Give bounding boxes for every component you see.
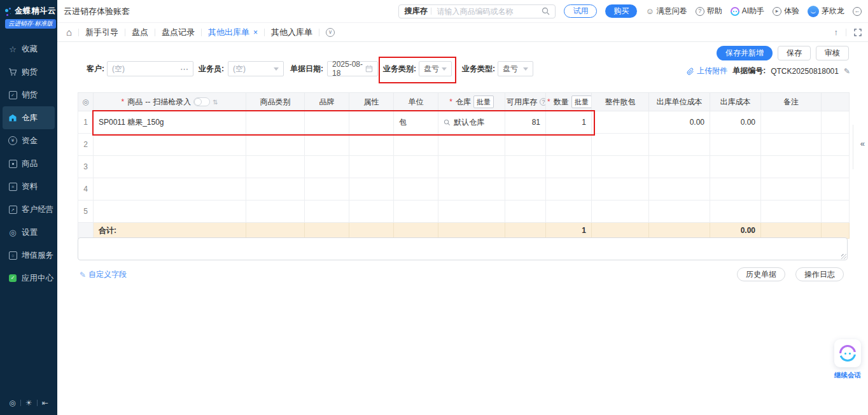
tab-stocktake-records[interactable]: 盘点记录 <box>162 27 195 38</box>
save-button[interactable]: 保存 <box>778 46 811 60</box>
cell-remark[interactable] <box>761 111 822 134</box>
cell-category[interactable] <box>246 111 305 134</box>
tab-other-outbound[interactable]: 其他出库单 × <box>208 27 258 38</box>
ai-chat-button[interactable] <box>834 339 861 367</box>
warehouse-batch-button[interactable]: 批量 <box>473 95 494 108</box>
cell-brand[interactable] <box>305 178 349 200</box>
search-input[interactable] <box>435 6 538 17</box>
cell-remark[interactable] <box>761 200 822 223</box>
cell-unit-cost[interactable]: 0.00 <box>649 111 710 134</box>
ai-assistant-button[interactable]: AI助手 <box>731 6 764 17</box>
cell-unit-cost[interactable] <box>649 134 710 156</box>
search-box[interactable]: 搜库存 <box>398 4 556 18</box>
sidebar-item-value-added[interactable]: ○ 增值服务 <box>0 244 57 267</box>
biz-type-select[interactable]: 盘亏 <box>498 61 533 76</box>
qty-batch-button[interactable]: 批量 <box>571 95 592 108</box>
customer-field[interactable]: (空) ⋯ <box>107 61 193 76</box>
trial-button[interactable]: 试用 <box>564 4 597 18</box>
continue-chat-link[interactable]: 继续会话 <box>831 371 864 380</box>
cell-qty[interactable] <box>546 134 592 156</box>
cell-category[interactable] <box>246 178 305 200</box>
sidebar-item-settings[interactable]: ◎ 设置 <box>0 221 57 244</box>
cell-unit[interactable] <box>394 178 438 200</box>
cell-product[interactable] <box>94 200 246 223</box>
sidebar-item-favorites[interactable]: ☆ 收藏 <box>0 38 57 60</box>
salesman-select[interactable]: (空) <box>228 61 284 76</box>
cell-warehouse[interactable] <box>438 200 505 223</box>
biz-category-select[interactable]: 盘亏 <box>419 61 452 76</box>
close-tab-icon[interactable]: × <box>253 28 258 37</box>
collapse-sidebar-icon[interactable]: ⇤ <box>42 398 48 407</box>
cell-warehouse[interactable] <box>438 134 505 156</box>
search-icon[interactable] <box>542 7 550 15</box>
sidebar-item-app-center[interactable]: ✓ 应用中心 <box>0 267 57 290</box>
cell-attr[interactable] <box>349 156 394 178</box>
cell-warehouse[interactable] <box>438 178 505 200</box>
cell-bulk[interactable] <box>592 156 649 178</box>
cell-brand[interactable] <box>305 134 349 156</box>
collapse-panel-icon[interactable]: « <box>860 139 865 148</box>
cell-qty[interactable] <box>546 200 592 223</box>
cell-category[interactable] <box>246 200 305 223</box>
cell-remark[interactable] <box>761 178 822 200</box>
cell-product[interactable] <box>94 134 246 156</box>
cell-product[interactable] <box>94 178 246 200</box>
cell-remark[interactable] <box>761 156 822 178</box>
back-to-top-icon[interactable]: ↑ <box>834 27 839 37</box>
tab-stocktake[interactable]: 盘点 <box>132 27 148 38</box>
cell-qty[interactable] <box>546 156 592 178</box>
cell-product[interactable]: SP0011 糖果_150g <box>94 111 246 134</box>
help-button[interactable]: ? 帮助 <box>696 6 722 17</box>
cell-qty[interactable]: 1 <box>546 111 592 134</box>
operation-log-button[interactable]: 操作日志 <box>795 267 844 281</box>
cell-unit[interactable] <box>394 156 438 178</box>
tab-other-inbound[interactable]: 其他入库单 <box>271 27 312 38</box>
cell-category[interactable] <box>246 156 305 178</box>
more-icon[interactable]: ⋯ <box>180 65 188 73</box>
sort-icon[interactable]: ⇅ <box>213 99 218 106</box>
cell-brand[interactable] <box>305 200 349 223</box>
cell-attr[interactable] <box>349 178 394 200</box>
theme-icon[interactable]: ☀ <box>25 398 32 407</box>
cell-bulk[interactable] <box>592 111 649 134</box>
sidebar-item-goods[interactable]: 商品 <box>0 152 57 175</box>
cell-qty[interactable] <box>546 178 592 200</box>
cell-brand[interactable] <box>305 156 349 178</box>
save-and-new-button[interactable]: 保存并新增 <box>717 46 773 60</box>
buy-button[interactable]: 购买 <box>605 4 637 18</box>
cell-unit[interactable]: 包 <box>394 111 438 134</box>
survey-button[interactable]: ☺ 满意问卷 <box>645 6 687 17</box>
remark-textarea[interactable] <box>78 237 848 260</box>
cell-bulk[interactable] <box>592 178 649 200</box>
cell-brand[interactable] <box>305 111 349 134</box>
cell-product[interactable] <box>94 156 246 178</box>
custom-fields-link[interactable]: ✎ 自定义字段 <box>80 269 127 280</box>
date-field[interactable]: 2025-08-18 <box>327 61 378 76</box>
home-tab-icon[interactable]: ⌂ <box>66 27 72 37</box>
cell-unit-cost[interactable] <box>649 200 710 223</box>
scan-gun-toggle[interactable] <box>193 97 210 106</box>
cell-warehouse[interactable] <box>438 156 505 178</box>
cell-unit[interactable] <box>394 134 438 156</box>
sidebar-item-warehouse[interactable]: 仓库 <box>3 106 55 129</box>
cell-bulk[interactable] <box>592 200 649 223</box>
cell-category[interactable] <box>246 134 305 156</box>
fullscreen-icon[interactable] <box>854 29 862 36</box>
user-menu[interactable]: 茅欣龙 <box>808 6 844 17</box>
sidebar-item-customer-ops[interactable]: ↗ 客户经营 <box>0 198 57 221</box>
column-settings-icon[interactable]: ◎ <box>82 97 88 106</box>
exit-icon[interactable]: ← <box>853 7 862 16</box>
cell-attr[interactable] <box>349 134 394 156</box>
cell-unit-cost[interactable] <box>649 156 710 178</box>
cell-bulk[interactable] <box>592 134 649 156</box>
sidebar-item-funds[interactable]: ¥ 资金 <box>0 129 57 152</box>
sidebar-item-sales[interactable]: ✓ 销货 <box>0 83 57 106</box>
audit-button[interactable]: 审核 <box>816 46 849 60</box>
sidebar-item-data[interactable]: ≡ 资料 <box>0 175 57 198</box>
cell-unit[interactable] <box>394 200 438 223</box>
cell-unit-cost[interactable] <box>649 178 710 200</box>
support-icon[interactable]: ◎ <box>9 398 15 407</box>
experience-button[interactable]: ▸ 体验 <box>773 6 799 17</box>
history-docs-button[interactable]: 历史单据 <box>737 267 785 281</box>
tab-list-dropdown-icon[interactable]: ∨ <box>326 28 335 37</box>
